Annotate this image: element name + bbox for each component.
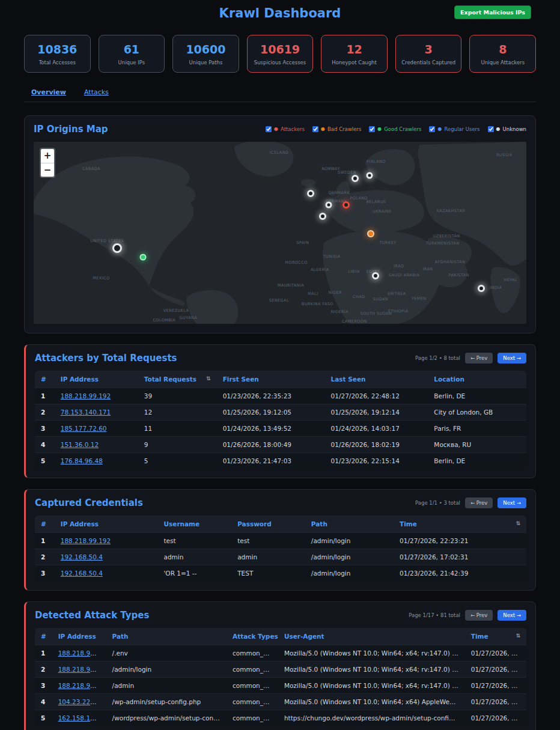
ip-link[interactable]: 192.168.50.4	[61, 570, 103, 577]
export-malicious-ips-button[interactable]: Export Malicious IPs	[454, 5, 531, 19]
ip-link[interactable]: 188.218.99.192	[58, 666, 106, 673]
zoom-in-button[interactable]: +	[41, 149, 54, 163]
table-row: 1188.218.99.192testtest/admin/login01/27…	[35, 533, 526, 549]
map-marker[interactable]	[342, 201, 350, 208]
sort-icon[interactable]: ⇅	[206, 376, 211, 382]
legend-checkbox[interactable]	[312, 126, 318, 132]
map-marker[interactable]	[367, 172, 373, 179]
legend-dot-icon: ●	[437, 127, 442, 132]
ip-link[interactable]: 78.153.140.171	[61, 409, 111, 416]
column-header[interactable]: Location	[428, 371, 526, 388]
table-cell: 01/27/2026, 22:22:54	[465, 678, 526, 694]
tab-attacks[interactable]: Attacks	[84, 88, 109, 96]
column-header[interactable]: #	[35, 371, 55, 388]
stat-value: 10619	[250, 43, 311, 56]
tab-overview[interactable]: Overview	[31, 88, 66, 96]
ip-cell: 188.218.99.192	[52, 662, 106, 678]
column-header[interactable]: Total Requests⇅	[138, 371, 217, 388]
next-button[interactable]: Next →	[498, 497, 526, 508]
map-marker[interactable]	[372, 272, 379, 279]
column-header[interactable]: IP Address	[55, 371, 138, 388]
sort-icon[interactable]: ⇅	[516, 520, 520, 526]
column-header[interactable]: Path	[305, 516, 394, 533]
map-canvas[interactable]: + − CANADAICELANDNORWAYSWEDENFINLANDRUSS…	[34, 142, 526, 324]
stat-label: Unique Paths	[175, 59, 236, 65]
table-cell: 01/25/2026, 19:12:14	[325, 404, 428, 421]
row-number: 4	[35, 694, 52, 710]
table-cell: 01/24/2026, 14:03:17	[325, 421, 428, 437]
column-header[interactable]: Time⇅	[394, 516, 526, 533]
next-button[interactable]: Next →	[498, 353, 526, 363]
table-cell: 11	[138, 421, 217, 437]
prev-button[interactable]: ← Prev	[465, 353, 493, 363]
row-number: 1	[35, 388, 55, 404]
legend-item[interactable]: ●Unknown	[488, 126, 526, 132]
map-marker[interactable]	[326, 201, 332, 208]
table-row: 278.153.140.1711201/25/2026, 19:12:0501/…	[35, 404, 526, 421]
ip-link[interactable]: 176.84.96.48	[61, 457, 103, 464]
map-legend: ●Attackers●Bad Crawlers●Good Crawlers●Re…	[266, 126, 526, 132]
column-header[interactable]: IP Address	[55, 516, 158, 533]
ip-link[interactable]: 188.218.99.192	[58, 682, 106, 689]
table-cell: common_probes	[227, 694, 278, 710]
ip-link[interactable]: 162.158.182.104	[58, 714, 106, 722]
table-cell: 01/24/2026, 13:49:52	[217, 421, 325, 437]
ip-link[interactable]: 188.218.99.192	[61, 392, 111, 400]
stat-label: Suspicious Accesses	[250, 59, 311, 65]
table-row: 2192.168.50.4adminadmin/admin/login01/27…	[35, 549, 526, 565]
ip-link[interactable]: 151.36.0.12	[61, 441, 99, 448]
ip-link[interactable]: 192.168.50.4	[61, 553, 103, 561]
legend-checkbox[interactable]	[429, 126, 435, 132]
legend-checkbox[interactable]	[369, 126, 375, 132]
legend-item[interactable]: ●Attackers	[266, 126, 305, 132]
row-number: 3	[35, 421, 55, 437]
table-cell: 01/26/2026, 18:00:49	[217, 437, 325, 453]
column-header[interactable]: #	[35, 516, 55, 533]
column-header[interactable]: User-Agent	[278, 628, 465, 645]
ip-link[interactable]: 104.23.223.128	[58, 698, 106, 705]
stat-card: 3Credentials Captured	[395, 35, 462, 73]
attack-types-panel: Detected Attack Types Page 1/17 • 81 tot…	[24, 601, 536, 730]
column-header[interactable]: First Seen	[217, 371, 325, 388]
column-header[interactable]: Username	[157, 516, 231, 533]
table-row: 4104.23.223.128/wp-admin/setup-config.ph…	[35, 694, 526, 710]
ip-cell: 185.177.72.60	[55, 421, 138, 437]
ip-link[interactable]: 185.177.72.60	[61, 425, 107, 432]
map-marker[interactable]	[319, 213, 326, 220]
table-cell: Berlin, DE	[428, 388, 526, 404]
column-header[interactable]: Path	[106, 628, 227, 645]
column-header[interactable]: Attack Types	[227, 628, 278, 645]
column-header[interactable]: #	[35, 628, 52, 645]
map-marker[interactable]	[352, 175, 359, 182]
column-header[interactable]: IP Address	[52, 628, 106, 645]
legend-checkbox[interactable]	[266, 126, 272, 132]
prev-button[interactable]: ← Prev	[465, 610, 493, 621]
sort-icon[interactable]: ⇅	[516, 633, 520, 639]
map-marker[interactable]	[112, 243, 122, 253]
zoom-out-button[interactable]: −	[41, 163, 54, 177]
table-row: 5162.158.182.104/wordpress/wp-admin/setu…	[35, 710, 526, 726]
table-row: 3188.218.99.192/admincommon_probesMozill…	[35, 678, 526, 694]
ip-cell: 176.84.96.48	[55, 453, 138, 469]
next-button[interactable]: Next →	[498, 610, 526, 621]
table-cell: 01/23/2026, 22:35:23	[217, 388, 325, 404]
map-marker[interactable]	[367, 230, 374, 237]
prev-button[interactable]: ← Prev	[465, 497, 493, 508]
ip-link[interactable]: 188.218.99.192	[58, 649, 106, 657]
ip-link[interactable]: 188.218.99.192	[61, 537, 111, 544]
table-cell: admin	[231, 549, 305, 565]
legend-checkbox[interactable]	[488, 126, 494, 132]
map-panel: IP Origins Map ●Attackers●Bad Crawlers●G…	[24, 115, 536, 333]
column-header[interactable]: Password	[231, 516, 305, 533]
table-cell: 01/27/2026, 22:23:21	[394, 533, 526, 549]
column-header[interactable]: Time⇅	[465, 628, 526, 645]
map-marker[interactable]	[140, 254, 147, 261]
column-header[interactable]: Last Seen	[325, 371, 428, 388]
map-marker[interactable]	[307, 190, 314, 197]
ip-cell: 162.158.182.104	[52, 710, 106, 726]
legend-item[interactable]: ●Bad Crawlers	[312, 126, 361, 132]
map-marker[interactable]	[478, 285, 485, 292]
table-row: 5176.84.96.48501/23/2026, 21:47:0301/23/…	[35, 453, 526, 469]
legend-item[interactable]: ●Good Crawlers	[369, 126, 421, 132]
legend-item[interactable]: ●Regular Users	[429, 126, 479, 132]
